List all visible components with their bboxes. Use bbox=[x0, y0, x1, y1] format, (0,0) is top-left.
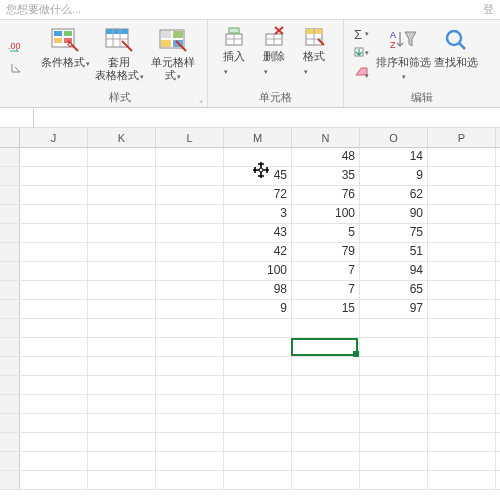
col-header-m[interactable]: M bbox=[224, 128, 292, 147]
cell[interactable] bbox=[156, 319, 224, 337]
cell[interactable] bbox=[156, 281, 224, 299]
cell[interactable] bbox=[156, 376, 224, 394]
cell[interactable] bbox=[88, 471, 156, 489]
cell[interactable]: 35 bbox=[292, 167, 360, 185]
cell[interactable] bbox=[20, 338, 88, 356]
cell[interactable]: 76 bbox=[292, 186, 360, 204]
cell[interactable] bbox=[292, 357, 360, 375]
row-header[interactable] bbox=[0, 205, 20, 223]
cell[interactable] bbox=[156, 205, 224, 223]
row-header[interactable] bbox=[0, 433, 20, 451]
cell[interactable]: 90 bbox=[360, 205, 428, 223]
cell[interactable] bbox=[428, 205, 496, 223]
cell[interactable]: 7 bbox=[292, 281, 360, 299]
col-header-n[interactable]: N bbox=[292, 128, 360, 147]
autosum-button[interactable]: Σ▾ bbox=[353, 26, 371, 42]
cell[interactable]: 51 bbox=[360, 243, 428, 261]
cell[interactable] bbox=[156, 395, 224, 413]
cell[interactable] bbox=[292, 452, 360, 470]
cell[interactable] bbox=[20, 186, 88, 204]
cell-styles-button[interactable]: 单元格样式▾ bbox=[146, 24, 200, 85]
row-header[interactable] bbox=[0, 395, 20, 413]
row-header[interactable] bbox=[0, 452, 20, 470]
cell[interactable] bbox=[156, 243, 224, 261]
row-header[interactable] bbox=[0, 338, 20, 356]
dialog-launcher-icon[interactable] bbox=[7, 60, 25, 76]
cell[interactable] bbox=[428, 471, 496, 489]
cell[interactable] bbox=[428, 376, 496, 394]
cell[interactable] bbox=[360, 414, 428, 432]
cell[interactable] bbox=[156, 357, 224, 375]
cell[interactable] bbox=[88, 414, 156, 432]
row-header[interactable] bbox=[0, 186, 20, 204]
cell[interactable] bbox=[20, 262, 88, 280]
cell[interactable] bbox=[428, 186, 496, 204]
cell[interactable]: 79 bbox=[292, 243, 360, 261]
format-button[interactable]: 格式▾ bbox=[294, 24, 334, 78]
cell[interactable] bbox=[20, 414, 88, 432]
delete-button[interactable]: 删除▾ bbox=[254, 24, 294, 78]
cell[interactable] bbox=[428, 167, 496, 185]
cell[interactable] bbox=[156, 414, 224, 432]
cell[interactable] bbox=[88, 224, 156, 242]
cell[interactable]: 62 bbox=[360, 186, 428, 204]
cell[interactable] bbox=[156, 433, 224, 451]
cell[interactable]: 48 bbox=[292, 148, 360, 166]
cell[interactable] bbox=[292, 471, 360, 489]
cell[interactable] bbox=[360, 471, 428, 489]
cell[interactable] bbox=[224, 471, 292, 489]
cell[interactable] bbox=[428, 338, 496, 356]
cell[interactable] bbox=[224, 148, 292, 166]
cell[interactable] bbox=[224, 395, 292, 413]
col-header-p[interactable]: P bbox=[428, 128, 496, 147]
cell[interactable]: 75 bbox=[360, 224, 428, 242]
cell[interactable]: 9 bbox=[360, 167, 428, 185]
conditional-formatting-button[interactable]: 条件格式▾ bbox=[38, 24, 92, 72]
cell[interactable] bbox=[428, 262, 496, 280]
cell[interactable] bbox=[88, 433, 156, 451]
cell[interactable]: 98 bbox=[224, 281, 292, 299]
cell[interactable] bbox=[224, 414, 292, 432]
cell[interactable]: 100 bbox=[292, 205, 360, 223]
cell[interactable] bbox=[20, 205, 88, 223]
cell[interactable] bbox=[20, 224, 88, 242]
cell[interactable] bbox=[428, 243, 496, 261]
cell[interactable] bbox=[156, 262, 224, 280]
sort-filter-button[interactable]: AZ 排序和筛选▾ bbox=[374, 24, 432, 85]
cell[interactable] bbox=[428, 281, 496, 299]
cell[interactable] bbox=[88, 281, 156, 299]
col-header-k[interactable]: K bbox=[88, 128, 156, 147]
cell[interactable] bbox=[292, 395, 360, 413]
row-header[interactable] bbox=[0, 281, 20, 299]
cell[interactable] bbox=[20, 319, 88, 337]
cell[interactable]: 100 bbox=[224, 262, 292, 280]
cell[interactable] bbox=[224, 319, 292, 337]
cell[interactable] bbox=[156, 471, 224, 489]
cell[interactable] bbox=[428, 395, 496, 413]
cell[interactable] bbox=[88, 262, 156, 280]
cell[interactable]: 42 bbox=[224, 243, 292, 261]
row-header[interactable] bbox=[0, 224, 20, 242]
format-as-table-button[interactable]: 套用 表格格式▾ bbox=[92, 24, 146, 85]
cell[interactable] bbox=[20, 395, 88, 413]
cell[interactable]: 5 bbox=[292, 224, 360, 242]
cell[interactable] bbox=[20, 357, 88, 375]
cell[interactable] bbox=[20, 281, 88, 299]
cell[interactable] bbox=[224, 376, 292, 394]
cell[interactable] bbox=[156, 452, 224, 470]
cell[interactable]: 94 bbox=[360, 262, 428, 280]
row-header[interactable] bbox=[0, 167, 20, 185]
cell[interactable] bbox=[20, 243, 88, 261]
row-header[interactable] bbox=[0, 148, 20, 166]
cell[interactable] bbox=[360, 376, 428, 394]
cell[interactable] bbox=[156, 224, 224, 242]
cell[interactable] bbox=[88, 319, 156, 337]
cell[interactable] bbox=[428, 357, 496, 375]
name-box[interactable] bbox=[0, 109, 34, 127]
cell[interactable] bbox=[428, 300, 496, 318]
row-header[interactable] bbox=[0, 471, 20, 489]
cell[interactable] bbox=[88, 300, 156, 318]
cell[interactable]: 7 bbox=[292, 262, 360, 280]
cell[interactable]: 97 bbox=[360, 300, 428, 318]
cell[interactable] bbox=[20, 452, 88, 470]
